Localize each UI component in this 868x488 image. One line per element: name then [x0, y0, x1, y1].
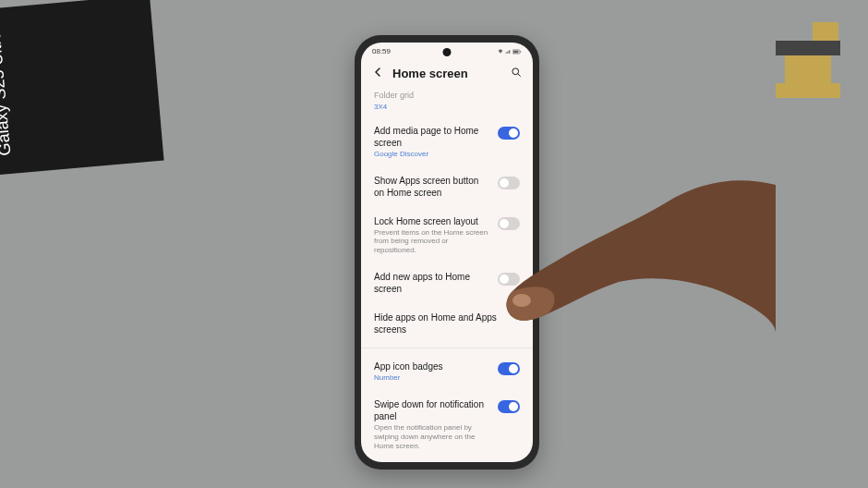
- setting-folder-grid[interactable]: Folder grid 3X4: [374, 91, 520, 116]
- setting-swipe-down[interactable]: Swipe down for notification panel Open t…: [374, 390, 520, 458]
- setting-hide-apps[interactable]: Hide apps on Home and Apps screens: [374, 303, 520, 344]
- setting-show-apps-button[interactable]: Show Apps screen button on Home screen: [374, 166, 520, 207]
- camera-hole: [443, 48, 452, 56]
- setting-title: Add new apps to Home screen: [374, 271, 490, 295]
- toggle-media-page[interactable]: [498, 127, 520, 140]
- settings-list[interactable]: Folder grid 3X4 Add media page to Home s…: [361, 91, 533, 462]
- setting-icon-badges[interactable]: App icon badges Number: [374, 352, 520, 390]
- product-box-label: Galaxy S25 Ultra: [0, 30, 15, 156]
- setting-add-new-apps[interactable]: Add new apps to Home screen: [374, 262, 520, 303]
- toggle-show-apps-button[interactable]: [498, 177, 520, 189]
- setting-rotate-landscape[interactable]: Rotate to landscape mode: [374, 458, 520, 462]
- setting-value: Number: [374, 373, 490, 382]
- setting-lock-layout[interactable]: Lock Home screen layout Prevent items on…: [374, 207, 520, 263]
- setting-title: App icon badges: [374, 360, 490, 372]
- search-icon[interactable]: [511, 65, 522, 81]
- battery-icon: [512, 49, 522, 55]
- setting-desc: Prevent items on the Home screen from be…: [374, 228, 490, 255]
- setting-desc: Open the notification panel by swiping d…: [374, 423, 490, 450]
- phone-frame: 08:59 Home screen Folder grid 3X4: [355, 35, 539, 470]
- svg-rect-1: [513, 50, 519, 53]
- setting-media-page[interactable]: Add media page to Home screen Google Dis…: [374, 116, 520, 166]
- toggle-add-new-apps[interactable]: [498, 273, 520, 286]
- setting-title: Add media page to Home screen: [374, 125, 490, 149]
- status-icons: [498, 49, 522, 55]
- setting-title: Show Apps screen button on Home screen: [374, 175, 490, 199]
- setting-value: 3X4: [374, 103, 520, 111]
- toggle-swipe-down[interactable]: [498, 400, 520, 413]
- setting-title: Swipe down for notification panel: [374, 398, 490, 422]
- toggle-lock-layout[interactable]: [498, 217, 520, 230]
- setting-title: Hide apps on Home and Apps screens: [374, 311, 520, 336]
- setting-title: Folder grid: [374, 91, 520, 102]
- svg-line-4: [518, 74, 521, 77]
- product-box: Galaxy S25 Ultra: [0, 0, 164, 177]
- wifi-icon: [498, 49, 503, 55]
- status-time: 08:59: [372, 47, 391, 55]
- setting-value: Google Discover: [374, 150, 490, 158]
- back-icon[interactable]: [372, 66, 383, 80]
- section-divider: [361, 348, 533, 348]
- toggle-icon-badges[interactable]: [498, 362, 520, 375]
- settings-header: Home screen: [361, 57, 533, 91]
- setting-title: Lock Home screen layout: [374, 215, 490, 227]
- background-object: [776, 22, 859, 115]
- signal-icon: [505, 49, 511, 55]
- page-title: Home screen: [392, 67, 501, 80]
- phone-screen: 08:59 Home screen Folder grid 3X4: [361, 43, 533, 462]
- svg-rect-2: [520, 51, 521, 52]
